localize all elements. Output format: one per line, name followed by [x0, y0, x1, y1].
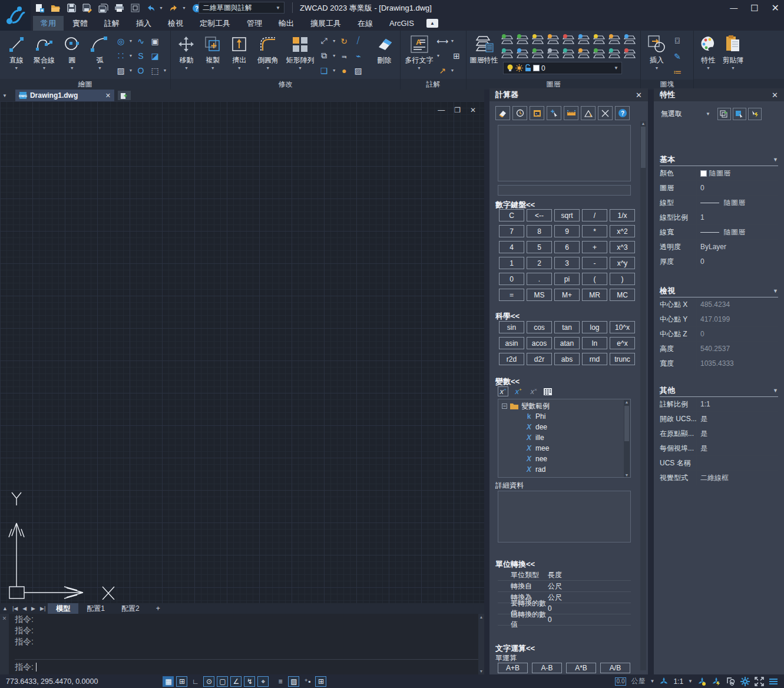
dimension-icon[interactable]: ⟷	[435, 34, 449, 48]
leader-icon[interactable]: ↗	[435, 63, 449, 78]
measure-distance-icon[interactable]	[564, 106, 578, 120]
select-objects-icon[interactable]	[733, 108, 746, 120]
clear-icon[interactable]	[495, 106, 510, 120]
calc-key[interactable]: +	[582, 241, 607, 253]
tree-scrollbar[interactable]: ▲▼	[624, 400, 630, 477]
property-row[interactable]: 視覺型式二維線框	[660, 471, 778, 485]
calc-key[interactable]: log	[582, 321, 607, 333]
property-row[interactable]: 註解比例1:1	[660, 397, 778, 412]
get-coordinates-icon[interactable]	[547, 106, 561, 120]
erase-button[interactable]: 刪除	[371, 32, 398, 65]
history-icon[interactable]	[512, 106, 527, 120]
copy-button[interactable]: 複製 ▼	[200, 32, 226, 70]
block-editor-icon[interactable]: ✎	[670, 49, 684, 64]
chevron-down-icon[interactable]: ▼	[184, 66, 188, 70]
calc-key[interactable]: *	[582, 225, 607, 237]
maximize-button[interactable]: ☐	[750, 3, 758, 14]
calc-key[interactable]: tan	[554, 321, 580, 333]
rectangle-icon[interactable]: ▣	[148, 34, 162, 48]
calc-key[interactable]: <--	[527, 209, 552, 221]
annotation-scale-icon[interactable]	[659, 677, 669, 686]
command-history[interactable]: 指令: 指令: 指令: 指令:	[9, 614, 478, 674]
calculator-scrollbar[interactable]: ▲	[640, 121, 646, 670]
calc-key[interactable]: atan	[554, 337, 580, 349]
properties-title-bar[interactable]: 特性 ✕	[654, 88, 784, 101]
extend-icon[interactable]: ⧸	[351, 34, 365, 48]
section-other[interactable]: 其他▼	[660, 384, 778, 397]
chevron-down-icon[interactable]: ▼	[128, 34, 134, 48]
tab-layout1[interactable]: 配置1	[78, 603, 113, 614]
chevron-down-icon[interactable]: ▼	[211, 66, 215, 70]
property-row[interactable]: 高度540.2537	[660, 342, 778, 356]
layer-merge-icon[interactable]	[592, 47, 607, 61]
multiline-icon[interactable]: S	[134, 48, 148, 63]
tab-express-tools[interactable]: 擴展工具	[303, 16, 349, 31]
property-row[interactable]: 線型隨圖層	[660, 196, 778, 210]
scale-icon[interactable]: ❏	[317, 63, 331, 78]
table-icon[interactable]: ⊞	[449, 48, 464, 63]
calc-key[interactable]: .	[527, 273, 552, 285]
calc-key[interactable]: MR	[582, 289, 607, 301]
calculator-history-box[interactable]	[498, 125, 631, 181]
units-row[interactable]: 已轉換的數值0	[498, 614, 631, 626]
explode-icon[interactable]: ●	[337, 63, 351, 78]
break-icon[interactable]: ⌁	[351, 48, 365, 63]
property-row[interactable]: 寬度1035.4333	[660, 356, 778, 371]
layer-lock-icon[interactable]	[561, 33, 577, 47]
layer-current-icon[interactable]	[531, 47, 546, 61]
property-row[interactable]: UCS 名稱	[660, 456, 778, 471]
doc-restore-button[interactable]: ❐	[454, 106, 461, 114]
calc-key[interactable]: x^2	[610, 225, 635, 237]
chevron-down-icon[interactable]: ▼	[331, 34, 337, 48]
grid-icon[interactable]: ▦	[163, 676, 174, 687]
polar-tracking-icon[interactable]: ⊙	[203, 676, 214, 687]
calc-key[interactable]: acos	[527, 337, 552, 349]
panel-label-draw[interactable]: 繪圖	[0, 79, 170, 90]
attributes-icon[interactable]: ≔	[670, 64, 684, 79]
delete-variable-icon[interactable]: x×	[528, 387, 539, 396]
layer-thaw-icon[interactable]	[515, 33, 531, 47]
calc-key[interactable]: 10^x	[610, 321, 635, 333]
calc-key[interactable]: =	[499, 289, 524, 301]
prev-tab-icon[interactable]: ◀	[20, 606, 29, 611]
redo-icon[interactable]	[168, 3, 179, 14]
calculator-title-bar[interactable]: 計算器 ✕	[489, 88, 648, 101]
property-row[interactable]: 厚度0	[660, 254, 778, 269]
chevron-down-icon[interactable]: ▼	[706, 111, 710, 117]
layer-isolate-icon[interactable]	[592, 33, 607, 47]
chevron-down-icon[interactable]: ▼	[650, 679, 654, 684]
trim-icon[interactable]: ⤢	[317, 34, 331, 48]
variable-item[interactable]: Xnee	[502, 454, 630, 464]
command-input[interactable]: 指令:	[15, 659, 478, 674]
chevron-down-icon[interactable]: ▼	[98, 66, 102, 70]
chevron-down-icon[interactable]: ▼	[688, 679, 693, 684]
intersection-icon[interactable]	[598, 106, 613, 120]
property-row[interactable]: 中心點 X485.4234	[660, 297, 778, 312]
toggle-pickadd-icon[interactable]	[748, 108, 762, 120]
chevron-down-icon[interactable]: ▼	[449, 63, 455, 78]
layer-prev-icon[interactable]	[515, 47, 531, 61]
chevron-down-icon[interactable]: ▼	[14, 66, 18, 70]
property-row[interactable]: 中心點 Y417.0199	[660, 312, 778, 327]
chevron-down-icon[interactable]: ▼	[42, 66, 46, 70]
command-scrollbar[interactable]: ▲▼	[478, 614, 484, 674]
circle-button[interactable]: 圓 ▼	[58, 32, 86, 70]
insert-button[interactable]: 插入 ▼	[643, 32, 670, 70]
layer-on-icon[interactable]	[500, 33, 515, 47]
ortho-icon[interactable]: ∟	[190, 676, 201, 687]
section-basic[interactable]: 基本▼	[660, 153, 778, 166]
precision-badge[interactable]: 0.0	[615, 677, 627, 686]
tab-manage[interactable]: 管理	[239, 16, 270, 31]
calculator-help-icon[interactable]: ?	[615, 106, 630, 120]
tab-solid[interactable]: 實體	[65, 16, 95, 31]
details-box[interactable]	[498, 491, 631, 543]
calc-key[interactable]: x^3	[610, 241, 635, 253]
new-file-icon[interactable]	[34, 3, 45, 14]
calc-key[interactable]: M+	[554, 289, 580, 301]
center-mark-icon[interactable]: ◎	[114, 34, 128, 48]
calc-key[interactable]: 1/x	[610, 209, 635, 221]
calc-key[interactable]: 8	[527, 225, 552, 237]
units-label[interactable]: 公釐	[631, 676, 645, 686]
property-row[interactable]: 每個視埠...是	[660, 441, 778, 456]
doc-minimize-button[interactable]: —	[438, 106, 445, 114]
